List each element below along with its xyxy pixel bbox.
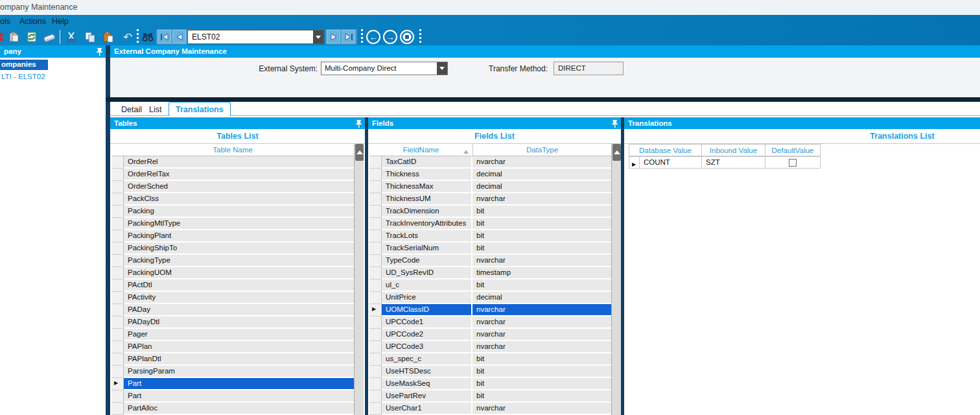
table-name-cell[interactable]: ParsingParam [124,366,354,378]
defaultvalue-cell[interactable] [765,156,821,169]
field-row[interactable]: UD_SysRevIDtimestamp [369,267,611,279]
row-selector[interactable] [111,304,124,316]
datatype-cell[interactable]: nvarchar [472,329,611,341]
row-selector[interactable] [111,353,124,366]
column-header-inbound-value[interactable]: Inbound Value [702,144,765,156]
table-row[interactable]: Pager [111,329,354,341]
row-selector[interactable] [369,169,382,181]
table-row[interactable]: Part [111,390,354,403]
paste-icon[interactable] [102,30,115,43]
row-selector[interactable] [111,366,124,378]
table-row[interactable]: PActDtl [111,279,354,292]
table-name-cell[interactable]: PADayDtl [124,316,354,329]
table-row[interactable]: ▶Part [111,378,354,390]
column-header-table-name[interactable]: Table Name [111,144,354,156]
table-row[interactable]: PADay [111,304,354,316]
table-name-cell[interactable]: PackingUOM [124,267,354,279]
fieldname-cell[interactable]: us_spec_c [382,353,472,366]
row-selector[interactable] [111,181,124,193]
field-row[interactable]: UseMaskSeqbit [369,378,611,390]
search-binoculars-icon[interactable] [141,30,154,43]
fieldname-cell[interactable]: TrackInventoryAttributes [382,218,472,230]
fieldname-cell[interactable]: ThicknessMax [382,181,472,193]
row-selector[interactable] [369,378,382,390]
scroll-up-icon[interactable] [612,144,621,161]
row-selector[interactable] [369,267,382,279]
datatype-cell[interactable]: timestamp [472,267,611,279]
table-name-cell[interactable]: PAPlan [124,341,354,353]
row-selector[interactable] [111,193,124,206]
table-row[interactable]: PADayDtl [111,316,354,329]
fieldname-cell[interactable]: Thickness [382,169,472,181]
column-header-database-value[interactable]: Database Value [629,144,702,156]
table-row[interactable]: OrderRel [111,156,354,169]
table-row[interactable]: PartAlloc [111,403,354,415]
datatype-cell[interactable]: bit [472,378,611,390]
datatype-cell[interactable]: decimal [472,292,611,304]
field-row[interactable]: TypeCodenvarchar [369,255,611,267]
copy-icon[interactable] [84,30,97,43]
cut-icon[interactable] [65,30,78,43]
datatype-cell[interactable]: nvarchar [472,255,611,267]
datatype-cell[interactable]: nvarchar [472,341,611,353]
fieldname-cell[interactable]: UPCCode2 [382,329,472,341]
column-header-defaultvalue[interactable]: DefaultValue [765,144,821,156]
previous-record-button[interactable] [172,30,186,43]
field-row[interactable]: UserChar1nvarchar [369,403,611,415]
row-selector[interactable] [369,390,382,403]
table-row[interactable]: PackingShipTo [111,243,354,255]
row-selector[interactable] [111,279,124,292]
next-record-button[interactable] [327,30,340,43]
table-row[interactable]: PAPlanDtl [111,353,354,366]
datatype-cell[interactable]: nvarchar [472,403,611,415]
table-row[interactable]: ParsingParam [111,366,354,378]
row-selector[interactable] [111,329,124,341]
row-selector[interactable] [111,156,124,169]
first-record-button[interactable] [158,30,171,43]
row-selector[interactable]: ▶ [111,378,124,390]
table-name-cell[interactable]: Part [124,378,354,390]
tab-list[interactable]: List [143,104,168,116]
table-name-cell[interactable]: PAPlanDtl [124,353,354,366]
datatype-cell[interactable]: bit [472,230,611,243]
fieldname-cell[interactable]: TrackLots [382,230,472,243]
fieldname-cell[interactable]: UD_SysRevID [382,267,472,279]
datatype-cell[interactable]: decimal [472,181,611,193]
field-row[interactable]: ThicknessMaxdecimal [369,181,611,193]
datatype-cell[interactable]: nvarchar [472,193,611,206]
fieldname-cell[interactable]: UOMClassID [382,304,472,316]
datatype-cell[interactable]: bit [472,218,611,230]
datatype-cell[interactable]: bit [472,366,611,378]
datatype-cell[interactable]: nvarchar [472,156,611,169]
row-selector[interactable] [111,341,124,353]
row-selector[interactable] [111,255,124,267]
row-selector[interactable] [369,230,382,243]
table-name-cell[interactable]: Pager [124,329,354,341]
tab-translations[interactable]: Translations [169,102,231,117]
row-selector[interactable] [111,230,124,243]
tables-scrollbar[interactable] [354,144,364,415]
row-selector[interactable] [369,255,382,267]
external-system-combobox[interactable]: Multi-Company Direct [321,62,448,75]
row-selector[interactable] [369,243,382,255]
clipboard-icon[interactable] [7,30,20,43]
table-name-cell[interactable]: PackingMtlType [124,218,354,230]
fieldname-cell[interactable]: UserChar1 [382,403,472,415]
datatype-cell[interactable]: bit [472,353,611,366]
field-row[interactable]: ▶UOMClassIDnvarchar [369,304,611,316]
field-row[interactable]: UPCCode1nvarchar [369,316,611,329]
scroll-up-icon[interactable] [355,144,364,161]
row-selector[interactable] [369,316,382,329]
undo-icon[interactable]: ↶ [121,30,134,43]
fieldname-cell[interactable]: UseMaskSeq [382,378,472,390]
fieldname-cell[interactable]: UseHTSDesc [382,366,472,378]
row-selector[interactable] [111,243,124,255]
field-row[interactable]: TrackSerialNumbit [369,243,611,255]
table-row[interactable]: PackingPlant [111,230,354,243]
table-name-cell[interactable]: OrderRelTax [124,169,354,181]
record-id-combobox[interactable]: ELST02 [187,30,324,44]
field-row[interactable]: TaxCatIDnvarchar [369,156,611,169]
column-header-fieldname[interactable]: FieldName [369,144,473,156]
datatype-cell[interactable]: bit [472,279,611,292]
fieldname-cell[interactable]: TrackDimension [382,206,472,218]
